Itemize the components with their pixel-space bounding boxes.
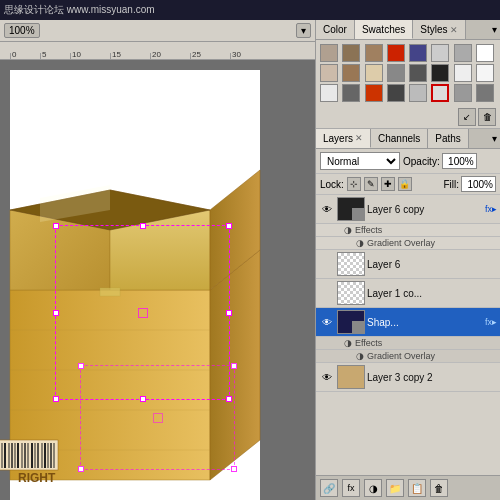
swatch[interactable] (409, 44, 427, 62)
gradient-icon: ◑ (356, 238, 364, 248)
layer-gradient-overlay-layer6copy[interactable]: ◑ Gradient Overlay (316, 237, 500, 250)
layer-name-layer6copy: Layer 6 copy (367, 204, 481, 215)
swatch[interactable] (320, 64, 338, 82)
link-button[interactable]: 🔗 (320, 479, 338, 497)
swatch[interactable] (454, 84, 472, 102)
swatch[interactable] (387, 64, 405, 82)
swatch[interactable] (320, 44, 338, 62)
layer-info-layer3copy2: Layer 3 copy 2 (367, 372, 497, 383)
new-layer-button[interactable]: 📋 (408, 479, 426, 497)
layer-fx-layer6copy[interactable]: fx▸ (485, 204, 497, 214)
tab-styles[interactable]: Styles ✕ (413, 20, 465, 39)
swatch[interactable] (342, 84, 360, 102)
fill-input[interactable] (461, 176, 496, 192)
swatches-footer: ↙ 🗑 (316, 106, 500, 128)
swatch[interactable] (431, 84, 449, 102)
selection-handle[interactable] (226, 310, 232, 316)
selection-center (153, 413, 163, 423)
swatch[interactable] (431, 64, 449, 82)
selection-handle[interactable] (78, 363, 84, 369)
layers-controls: Normal Opacity: (316, 149, 500, 174)
layer-gradient-shape[interactable]: ◑ Gradient Overlay (316, 350, 500, 363)
layers-footer: 🔗 fx ◑ 📁 📋 🗑 (316, 475, 500, 500)
fx-button[interactable]: fx (342, 479, 360, 497)
layer-list: 👁 Layer 6 copy fx▸ ◑ Effects ◑ Grad (316, 195, 500, 475)
selection-handle[interactable] (78, 466, 84, 472)
main-layout: 100% ▾ 0 5 10 15 20 25 30 (0, 20, 500, 500)
layer-item-layer1copy[interactable]: Layer 1 co... (316, 279, 500, 308)
selection-handle[interactable] (53, 223, 59, 229)
swatch[interactable] (365, 84, 383, 102)
selection-handle[interactable] (226, 223, 232, 229)
blend-mode-select[interactable]: Normal (320, 152, 400, 170)
selection-handle[interactable] (140, 223, 146, 229)
tab-swatches[interactable]: Swatches (355, 20, 413, 39)
tab-paths[interactable]: Paths (428, 129, 469, 148)
layer-name-shape: Shap... (367, 317, 481, 328)
selection-handle[interactable] (231, 466, 237, 472)
canvas-area: 100% ▾ 0 5 10 15 20 25 30 (0, 20, 315, 500)
swatch[interactable] (476, 44, 494, 62)
ruler-mark: 20 (150, 53, 161, 59)
swatch[interactable] (387, 44, 405, 62)
swatch[interactable] (431, 44, 449, 62)
ruler-top: 0 5 10 15 20 25 30 (0, 42, 315, 60)
selection-handle[interactable] (53, 396, 59, 402)
lock-label: Lock: (320, 179, 344, 190)
svg-text:RIGHT: RIGHT (18, 471, 56, 485)
layer-item-layer3copy2[interactable]: 👁 Layer 3 copy 2 (316, 363, 500, 392)
swatch[interactable] (476, 84, 494, 102)
layer-item-layer6[interactable]: Layer 6 (316, 250, 500, 279)
layer-fx-shape[interactable]: fx▸ (485, 317, 497, 327)
lock-row: Lock: ⊹ ✎ ✚ 🔒 Fill: (316, 174, 500, 195)
swatch[interactable] (365, 64, 383, 82)
tab-channels[interactable]: Channels (371, 129, 428, 148)
swatch[interactable] (454, 64, 472, 82)
adjustment-layer-button[interactable]: ◑ (364, 479, 382, 497)
layer-visibility-layer6[interactable] (319, 256, 335, 272)
layer-visibility-shape[interactable]: 👁 (319, 314, 335, 330)
delete-swatch-button[interactable]: 🗑 (478, 108, 496, 126)
swatch[interactable] (342, 64, 360, 82)
close-styles-tab[interactable]: ✕ (450, 25, 458, 35)
layer-info-shape: Shap... (367, 317, 481, 328)
layer-effects-shape: ◑ Effects (316, 337, 500, 350)
opacity-input[interactable] (442, 153, 477, 169)
swatch[interactable] (409, 64, 427, 82)
swatch[interactable] (454, 44, 472, 62)
canvas-toolbar: 100% ▾ (0, 20, 315, 42)
layer-thumbnail-layer3copy2 (337, 365, 365, 389)
app-title: 思缘设计论坛 www.missyuan.com (4, 3, 155, 17)
close-layers-tab[interactable]: ✕ (355, 133, 363, 143)
canvas-options-button[interactable]: ▾ (296, 23, 311, 38)
layer-thumbnail-layer6 (337, 252, 365, 276)
swatch[interactable] (365, 44, 383, 62)
swatch[interactable] (409, 84, 427, 102)
selection-handle[interactable] (53, 310, 59, 316)
gradient-label-shape: Gradient Overlay (367, 351, 435, 361)
layers-panel-menu[interactable]: ▾ (489, 133, 500, 144)
layer-visibility-layer1copy[interactable] (319, 285, 335, 301)
delete-layer-button[interactable]: 🗑 (430, 479, 448, 497)
new-swatch-button[interactable]: ↙ (458, 108, 476, 126)
lock-pixels-button[interactable]: ✎ (364, 177, 378, 191)
ruler-mark: 30 (230, 53, 241, 59)
swatch[interactable] (387, 84, 405, 102)
lock-all-button[interactable]: 🔒 (398, 177, 412, 191)
opacity-group: Opacity: (403, 153, 477, 169)
layer-item-shape[interactable]: 👁 Shap... fx▸ (316, 308, 500, 337)
swatch[interactable] (342, 44, 360, 62)
layer-item-layer6copy[interactable]: 👁 Layer 6 copy fx▸ (316, 195, 500, 224)
lock-position-button[interactable]: ⊹ (347, 177, 361, 191)
selection-handle[interactable] (231, 363, 237, 369)
lock-move-button[interactable]: ✚ (381, 177, 395, 191)
swatch[interactable] (476, 64, 494, 82)
swatch[interactable] (320, 84, 338, 102)
tab-color[interactable]: Color (316, 20, 355, 39)
group-layer-button[interactable]: 📁 (386, 479, 404, 497)
tab-layers[interactable]: Layers ✕ (316, 129, 371, 148)
layer-visibility-layer6copy[interactable]: 👁 (319, 201, 335, 217)
zoom-display[interactable]: 100% (4, 23, 40, 38)
layer-visibility-layer3copy2[interactable]: 👁 (319, 369, 335, 385)
panel-menu-button[interactable]: ▾ (489, 24, 500, 35)
